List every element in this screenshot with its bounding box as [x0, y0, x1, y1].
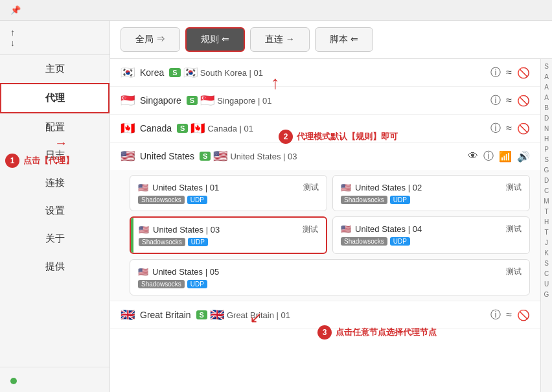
- server-icons-korea: ⓘ≈🚫: [490, 66, 530, 80]
- server-icon-canada-0[interactable]: ⓘ: [490, 122, 501, 135]
- connection-status: [10, 378, 99, 384]
- server-name-canada: Canada: [140, 123, 172, 133]
- us-node-us03[interactable]: 🇺🇸United States | 03测试ShadowsocksUDP: [130, 216, 327, 254]
- server-icon-singapore-2[interactable]: 🚫: [517, 95, 530, 107]
- alpha-letter[interactable]: G: [544, 290, 549, 300]
- server-row-canada[interactable]: 🇨🇦CanadaS🇨🇦Canada | 01ⓘ≈🚫: [110, 115, 540, 142]
- alpha-letter[interactable]: P: [544, 144, 549, 155]
- sidebar-item-home[interactable]: 主页: [0, 55, 109, 83]
- server-name-united-states: United States: [140, 151, 194, 161]
- sidebar-item-connection[interactable]: 连接: [0, 169, 109, 197]
- server-icon-singapore-1[interactable]: ≈: [506, 95, 512, 106]
- flag-icon-great-britain: 🇬🇧: [121, 308, 135, 322]
- download-arrow-icon: ↓: [10, 38, 15, 48]
- server-row-great-britain[interactable]: 🇬🇧Great BritainS🇬🇧Great Britain | 01ⓘ≈🚫: [110, 301, 540, 329]
- alpha-letter[interactable]: G: [544, 165, 549, 176]
- server-icon-korea-2[interactable]: 🚫: [517, 67, 530, 79]
- tab-global[interactable]: 全局 ⇒: [121, 27, 180, 52]
- server-icon-canada-2[interactable]: 🚫: [517, 122, 530, 135]
- tab-rules[interactable]: 规则 ⇐: [185, 27, 245, 52]
- server-icon-united-states-1[interactable]: ⓘ: [483, 150, 494, 163]
- server-icon-united-states-0[interactable]: 👁: [468, 150, 478, 162]
- server-row-korea[interactable]: 🇰🇷KoreaS🇰🇷South Korea | 01ⓘ≈🚫: [110, 59, 540, 86]
- alpha-letter[interactable]: D: [544, 113, 549, 124]
- server-icon-korea-0[interactable]: ⓘ: [490, 66, 501, 80]
- server-icon-korea-1[interactable]: ≈: [506, 67, 512, 78]
- alpha-letter[interactable]: A: [544, 82, 549, 93]
- alpha-letter[interactable]: J: [545, 238, 548, 248]
- alpha-letter[interactable]: N: [544, 124, 549, 134]
- server-sub-korea: South Korea | 01: [200, 68, 263, 78]
- server-icons-united-states: 👁ⓘ📶🔊: [468, 150, 530, 163]
- us-node-test-us01[interactable]: 测试: [303, 182, 319, 193]
- server-group-great-britain: 🇬🇧Great BritainS🇬🇧Great Britain | 01ⓘ≈🚫: [110, 301, 540, 329]
- us-node-us04[interactable]: 🇺🇸United States | 04测试ShadowsocksUDP: [332, 216, 530, 254]
- alpha-letter[interactable]: C: [544, 186, 549, 196]
- alphabet-sidebar[interactable]: SAAABDNHPSGDCMTHTJKSCUG: [540, 59, 552, 392]
- us-node-test-us04[interactable]: 测试: [506, 224, 522, 235]
- server-name-singapore: Singapore: [140, 95, 181, 106]
- content-area: 全局 ⇒规则 ⇐直连 →脚本 ⇐ 🇰🇷KoreaS🇰🇷South Korea |…: [110, 21, 552, 392]
- us-node-title-us04: 🇺🇸United States | 04: [341, 224, 422, 234]
- us-node-us05[interactable]: 🇺🇸United States | 05测试ShadowsocksUDP: [130, 259, 530, 295]
- extra-badge-us01: UDP: [187, 196, 207, 204]
- extra-badge-us03: UDP: [188, 238, 208, 246]
- server-icon-great-britain-0[interactable]: ⓘ: [490, 308, 501, 322]
- alpha-letter[interactable]: T: [544, 227, 548, 238]
- alpha-letter[interactable]: U: [544, 279, 549, 290]
- server-icon-great-britain-1[interactable]: ≈: [506, 309, 512, 321]
- us-node-flag-us05: 🇺🇸: [138, 267, 148, 277]
- extra-badge-us05: UDP: [187, 280, 207, 288]
- upload-arrow-icon: ↑: [10, 27, 15, 38]
- server-row-united-states[interactable]: 🇺🇸United StatesS🇺🇸United States | 03👁ⓘ📶🔊: [110, 143, 540, 170]
- alpha-letter[interactable]: B: [544, 103, 549, 113]
- alpha-letter[interactable]: T: [544, 207, 548, 217]
- server-list[interactable]: 🇰🇷KoreaS🇰🇷South Korea | 01ⓘ≈🚫🇸🇬Singapore…: [110, 59, 540, 392]
- sidebar-item-about[interactable]: 关于: [0, 225, 109, 253]
- server-icon-united-states-3[interactable]: 🔊: [517, 150, 530, 163]
- sidebar-item-log[interactable]: 日志: [0, 141, 109, 169]
- tab-direct[interactable]: 直连 →: [250, 27, 310, 52]
- us-node-test-us02[interactable]: 测试: [506, 182, 522, 193]
- server-name-great-britain: Great Britain: [140, 310, 191, 320]
- alpha-letter[interactable]: S: [544, 155, 549, 165]
- server-icons-singapore: ⓘ≈🚫: [490, 94, 530, 108]
- alpha-letter[interactable]: K: [544, 248, 549, 259]
- server-icon-great-britain-2[interactable]: 🚫: [517, 309, 530, 321]
- us-node-label-us01: United States | 01: [152, 183, 219, 192]
- alpha-letter[interactable]: M: [544, 196, 549, 207]
- server-group-korea: 🇰🇷KoreaS🇰🇷South Korea | 01ⓘ≈🚫: [110, 59, 540, 87]
- sidebar-nav: 主页代理配置日志连接设置关于提供: [0, 55, 109, 367]
- server-icon-united-states-2[interactable]: 📶: [499, 150, 512, 163]
- sidebar-item-proxy[interactable]: 代理: [0, 83, 109, 113]
- alpha-letter[interactable]: H: [544, 134, 549, 144]
- server-sub-united-states: United States | 03: [230, 152, 297, 161]
- close-button[interactable]: [529, 3, 547, 17]
- sidebar-item-config[interactable]: 配置: [0, 113, 109, 141]
- alpha-letter[interactable]: D: [544, 176, 549, 186]
- titlebar: 📌: [0, 0, 552, 21]
- us-node-test-us05[interactable]: 测试: [506, 266, 522, 277]
- alpha-letter[interactable]: A: [544, 72, 549, 82]
- server-group-singapore: 🇸🇬SingaporeS🇸🇬Singapore | 01ⓘ≈🚫: [110, 87, 540, 115]
- sidebar-item-provide[interactable]: 提供: [0, 253, 109, 281]
- alpha-letter[interactable]: C: [544, 269, 549, 279]
- us-node-test-us03[interactable]: 测试: [303, 224, 318, 235]
- us-node-us01[interactable]: 🇺🇸United States | 01测试ShadowsocksUDP: [130, 175, 327, 211]
- minimize-button[interactable]: [487, 3, 505, 17]
- alpha-letter[interactable]: S: [544, 62, 549, 72]
- badge-s-canada: S: [177, 124, 188, 133]
- us-node-title-us01: 🇺🇸United States | 01: [138, 183, 219, 192]
- alpha-letter[interactable]: H: [544, 217, 549, 227]
- alpha-letter[interactable]: A: [544, 93, 549, 103]
- us-node-us02[interactable]: 🇺🇸United States | 02测试ShadowsocksUDP: [332, 175, 530, 211]
- tab-script[interactable]: 脚本 ⇐: [315, 27, 373, 52]
- maximize-button[interactable]: [508, 3, 526, 17]
- server-row-singapore[interactable]: 🇸🇬SingaporeS🇸🇬Singapore | 01ⓘ≈🚫: [110, 87, 540, 114]
- sub-flag-icon-united-states: 🇺🇸: [213, 149, 227, 163]
- badge-s-united-states: S: [200, 152, 211, 161]
- alpha-letter[interactable]: S: [544, 259, 549, 269]
- sidebar-item-settings[interactable]: 设置: [0, 197, 109, 225]
- server-icon-canada-1[interactable]: ≈: [506, 122, 512, 134]
- server-icon-singapore-0[interactable]: ⓘ: [490, 94, 501, 108]
